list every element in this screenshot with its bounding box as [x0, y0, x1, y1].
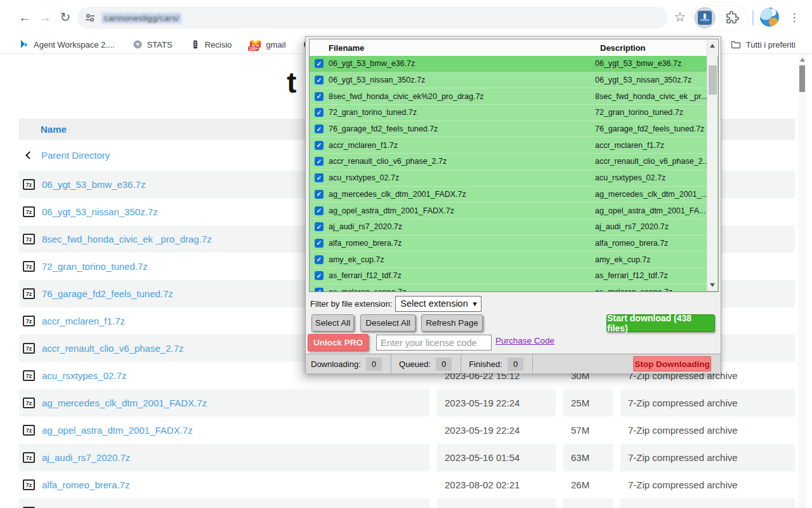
select-all-button[interactable]: Select All	[311, 314, 354, 331]
back-button[interactable]: ←	[15, 8, 34, 27]
popup-file-row[interactable]: ✓amy_ek_cup.7zamy_ek_cup.7z	[310, 251, 718, 268]
table-row: 7zalfa_romeo_brera.7z2023-08-02 02:2126M…	[0, 471, 795, 498]
file-link[interactable]: acu_rsxtypes_02.7z	[42, 370, 126, 381]
scroll-up-arrow-icon[interactable]	[710, 44, 715, 48]
bookmark-agent-workspace[interactable]: Agent Workspace 2....	[19, 39, 115, 50]
popup-filename: ag_opel_astra_dtm_2001_FADX.7z	[329, 206, 595, 215]
file-checkbox[interactable]: ✓	[315, 239, 324, 248]
modified-date-cell: 2023-06-25 18:18	[437, 498, 556, 508]
file-link[interactable]: 06_ygt_53_nissan_350z.7z	[42, 206, 158, 217]
parent-directory-link[interactable]: Parent Directory	[41, 150, 110, 161]
page-scrollbar[interactable]	[798, 54, 806, 508]
extensions-puzzle-icon[interactable]	[724, 10, 740, 25]
table-row: 7zag_mercedes_clk_dtm_2001_FADX.7z2023-0…	[0, 389, 795, 417]
deselect-all-button[interactable]: Deselect All	[360, 314, 416, 331]
modified-date-cell: 2023-05-19 22:24	[437, 417, 556, 444]
file-checkbox[interactable]: ✓	[315, 271, 324, 280]
popup-file-row[interactable]: ✓aj_audi_rs7_2020.7zaj_audi_rs7_2020.7z	[310, 219, 718, 236]
file-link[interactable]: 72_gran_torino_tuned.7z	[42, 261, 148, 272]
popup-file-description: 06_ygt_53_bmw_e36.7z	[595, 59, 718, 68]
popup-file-row[interactable]: ✓06_ygt_53_nissan_350z.7z06_ygt_53_nissa…	[310, 72, 718, 89]
file-checkbox[interactable]: ✓	[315, 108, 324, 117]
bookmark-star-button[interactable]: ☆	[671, 8, 689, 26]
page-scrollbar-thumb[interactable]	[799, 65, 805, 92]
description-column-header: Description	[600, 43, 646, 53]
file-link[interactable]: 06_ygt_53_bmw_e36.7z	[42, 179, 145, 190]
popup-file-row[interactable]: ✓ag_opel_astra_dtm_2001_FADX.7zag_opel_a…	[310, 203, 718, 219]
popup-file-row[interactable]: ✓alfa_romeo_brera.7zalfa_romeo_brera.7z	[310, 236, 718, 252]
popup-file-row[interactable]: ✓8sec_fwd_honda_civic_ek%20_pro_drag.7z8…	[310, 88, 718, 105]
popup-file-row[interactable]: ✓accr_mclaren_f1.7zaccr_mclaren_f1.7z	[310, 137, 718, 154]
popup-table-scrollbar[interactable]	[707, 40, 717, 291]
purchase-code-link[interactable]: Purchase Code	[495, 336, 554, 345]
active-extension-button[interactable]	[694, 7, 716, 29]
popup-file-list: ✓06_ygt_53_bmw_e36.7z06_ygt_53_bmw_e36.7…	[310, 56, 718, 292]
popup-file-row[interactable]: ✓72_gran_torino_tuned.7z72_gran_torino_t…	[310, 105, 718, 121]
file-checkbox[interactable]: ✓	[315, 173, 324, 182]
file-checkbox[interactable]: ✓	[315, 141, 324, 150]
name-column-header[interactable]: Name	[41, 124, 67, 135]
popup-scrollbar-thumb[interactable]	[709, 65, 717, 95]
url-text[interactable]: carinonesligg/cars/	[102, 13, 181, 23]
browser-toolbar: ← → ↻ carinonesligg/cars/ ☆ ⋮	[0, 0, 812, 36]
file-checkbox[interactable]: ✓	[315, 157, 324, 166]
license-code-input[interactable]	[376, 335, 492, 351]
7z-file-icon: 7z	[23, 343, 35, 354]
unlock-pro-button[interactable]: Unlock PRO	[308, 334, 369, 351]
file-link[interactable]: ag_mercedes_clk_dtm_2001_FADX.7z	[42, 398, 207, 408]
reload-button[interactable]: ↻	[56, 8, 75, 27]
modified-date-cell: 2023-05-16 01:54	[437, 444, 556, 471]
popup-filename: 8sec_fwd_honda_civic_ek%20_pro_drag.7z	[329, 92, 595, 101]
file-checkbox[interactable]: ✓	[315, 288, 324, 292]
popup-file-row[interactable]: ✓acu_rsxtypes_02.7zacu_rsxtypes_02.7z	[310, 170, 718, 187]
file-link[interactable]: 8sec_fwd_honda_civic_ek _pro_drag.7z	[42, 234, 212, 244]
file-checkbox[interactable]: ✓	[315, 206, 324, 215]
filename-column-header: Filename	[329, 43, 600, 53]
7z-file-icon: 7z	[23, 425, 35, 436]
file-checkbox[interactable]: ✓	[315, 92, 324, 101]
popup-file-table: Filename Description ✓06_ygt_53_bmw_e36.…	[309, 39, 719, 292]
popup-filename: as_mclaren_senna.7z	[329, 288, 595, 292]
table-row: 7zaj_audi_rs7_2020.7z2023-05-16 01:5463M…	[0, 444, 795, 471]
popup-filename: 72_gran_torino_tuned.7z	[329, 108, 595, 117]
popup-file-row[interactable]: ✓76_garage_fd2_feels_tuned.7z76_garage_f…	[310, 121, 718, 138]
file-link[interactable]: aj_audi_rs7_2020.7z	[42, 452, 130, 463]
popup-file-row[interactable]: ✓as_ferrari_f12_tdf.7zas_ferrari_f12_tdf…	[310, 268, 718, 284]
popup-file-row[interactable]: ✓as_mclaren_senna.7zas_mclaren_senna.7z	[310, 284, 718, 292]
extension-filter-select[interactable]: Select extension ▾	[395, 296, 481, 312]
file-link[interactable]: 76_garage_fd2_feels_tuned.7z	[42, 288, 173, 299]
file-checkbox[interactable]: ✓	[315, 255, 324, 264]
file-checkbox[interactable]: ✓	[315, 190, 324, 199]
forward-button[interactable]: →	[36, 8, 55, 27]
file-checkbox[interactable]: ✓	[315, 222, 324, 231]
scroll-down-arrow-icon[interactable]	[710, 283, 715, 287]
tune-icon[interactable]	[85, 13, 95, 23]
bookmark-gmail[interactable]: 100+ gmail	[249, 39, 285, 50]
file-checkbox[interactable]: ✓	[315, 124, 324, 133]
file-checkbox[interactable]: ✓	[315, 59, 324, 68]
file-checkbox[interactable]: ✓	[315, 76, 324, 84]
file-link[interactable]: alfa_romeo_brera.7z	[42, 479, 129, 490]
start-download-button[interactable]: Start download (438 files)	[606, 314, 715, 332]
file-link[interactable]: ag_opel_astra_dtm_2001_FADX.7z	[42, 425, 193, 436]
bookmark-recisio[interactable]: Recisio	[190, 39, 232, 50]
popup-filename: 76_garage_fd2_feels_tuned.7z	[329, 124, 595, 133]
bookmark-all-favorites[interactable]: Tutti i preferiti	[731, 36, 796, 53]
file-link[interactable]: accr_renault_clio_v6_phase_2.7z	[42, 343, 183, 354]
stop-downloading-button[interactable]: Stop Downloading	[633, 356, 711, 371]
7z-file-icon: 7z	[23, 452, 35, 463]
kebab-icon: ⋮	[789, 11, 800, 24]
popup-file-row[interactable]: ✓accr_renault_clio_v6_phase_2.7zaccr_ren…	[310, 154, 718, 170]
popup-filename: aj_audi_rs7_2020.7z	[329, 222, 595, 231]
popup-file-row[interactable]: ✓06_ygt_53_bmw_e36.7z06_ygt_53_bmw_e36.7…	[310, 56, 718, 72]
browser-menu-button[interactable]: ⋮	[787, 10, 802, 25]
file-link[interactable]: accr_mclaren_f1.7z	[42, 316, 125, 326]
file-size-cell: 30M	[563, 498, 613, 508]
profile-avatar[interactable]	[760, 8, 779, 27]
popup-file-row[interactable]: ✓ag_mercedes_clk_dtm_2001_FADX.7zag_merc…	[310, 187, 718, 203]
address-bar[interactable]: carinonesligg/cars/	[77, 7, 667, 29]
bookmark-stats[interactable]: STATS	[133, 39, 173, 50]
scroll-up-arrow-icon[interactable]	[800, 58, 805, 62]
status-separator	[391, 354, 391, 374]
refresh-page-button[interactable]: Refresh Page	[421, 314, 483, 331]
